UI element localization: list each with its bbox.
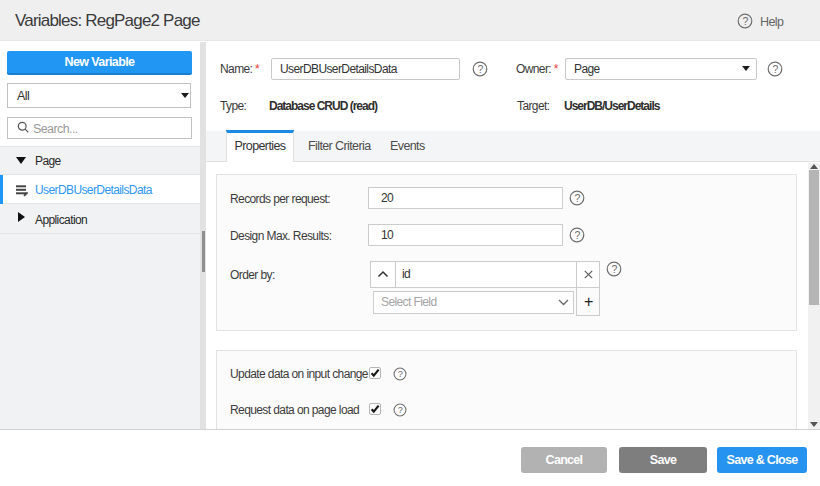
svg-text:?: ? <box>574 229 580 241</box>
svg-text:?: ? <box>398 405 403 415</box>
svg-text:?: ? <box>772 63 778 75</box>
svg-text:?: ? <box>574 192 580 204</box>
svg-text:?: ? <box>477 63 483 75</box>
svg-text:?: ? <box>611 263 617 275</box>
svg-text:?: ? <box>398 369 403 379</box>
svg-text:?: ? <box>742 15 748 27</box>
